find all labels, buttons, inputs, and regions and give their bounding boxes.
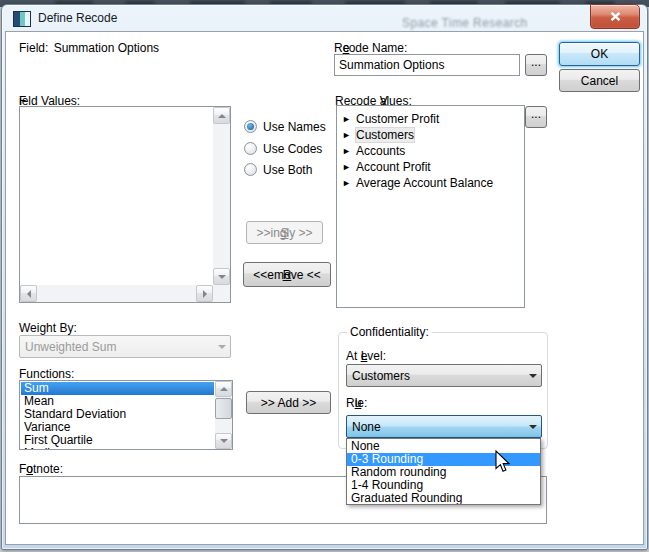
tree-item-label: Accounts bbox=[356, 144, 405, 158]
scroll-left-icon bbox=[27, 290, 31, 298]
functions-listbox[interactable]: Sum Mean Standard Deviation Variance Fir… bbox=[19, 380, 233, 450]
tree-expander-icon[interactable]: ► bbox=[342, 179, 350, 188]
dialog-body: Field: Summation Options Recode Name: Su… bbox=[5, 31, 644, 545]
tree-item-label: Customers bbox=[356, 128, 414, 142]
recode-values-tree[interactable]: ► Customer Profit ► Customers ► Accounts… bbox=[336, 105, 525, 308]
dropdown-arrow-icon bbox=[524, 365, 541, 386]
radio-unselected-icon bbox=[244, 142, 257, 155]
rule-value: None bbox=[352, 420, 381, 434]
dialog-title: Define Recode bbox=[38, 11, 117, 25]
background-watermark: Space Time Research bbox=[402, 16, 528, 30]
remove-button[interactable]: << Remove << bbox=[243, 262, 331, 287]
tree-expander-icon[interactable]: ► bbox=[342, 163, 350, 172]
vertical-scrollbar[interactable] bbox=[215, 381, 232, 449]
recode-name-input[interactable]: Summation Options bbox=[334, 54, 520, 76]
tree-item[interactable]: ► Customers bbox=[337, 127, 524, 143]
close-icon bbox=[610, 12, 621, 21]
scroll-up-icon bbox=[218, 114, 226, 118]
dropdown-arrow-icon bbox=[524, 416, 541, 437]
radio-use-both[interactable]: Use Both bbox=[244, 162, 312, 177]
tree-item[interactable]: ► Accounts bbox=[337, 143, 524, 159]
horizontal-scrollbar[interactable] bbox=[20, 285, 213, 302]
tree-item[interactable]: ► Average Account Balance bbox=[337, 175, 524, 191]
weight-by-value: Unweighted Sum bbox=[25, 340, 116, 354]
scroll-down-icon bbox=[220, 439, 228, 443]
close-button[interactable] bbox=[590, 4, 640, 29]
dropdown-option[interactable]: Graduated Rounding bbox=[347, 492, 540, 505]
recode-values-browse-button[interactable]: ... bbox=[525, 106, 547, 128]
recode-name-browse-button[interactable]: ... bbox=[525, 54, 547, 76]
scroll-right-button[interactable] bbox=[196, 285, 213, 302]
tree-item[interactable]: ► Account Profit bbox=[337, 159, 524, 175]
radio-selected-icon bbox=[244, 120, 257, 133]
scrollbar-thumb[interactable] bbox=[215, 398, 232, 419]
define-recode-dialog: Define Recode Space Time Research Field:… bbox=[1, 4, 648, 550]
tree-item-label: Customer Profit bbox=[356, 112, 439, 126]
list-item[interactable]: Median bbox=[21, 447, 214, 450]
radio-unselected-icon bbox=[244, 163, 257, 176]
singly-button[interactable]: >> Singly >> bbox=[246, 221, 323, 244]
footnote-label: Footnote: bbox=[19, 462, 63, 477]
radio-label: Use Names bbox=[263, 120, 326, 134]
field-value-text: Summation Options bbox=[54, 41, 159, 55]
add-button[interactable]: >> Add >> bbox=[246, 391, 331, 414]
app-icon bbox=[13, 11, 31, 27]
weight-by-combobox[interactable]: Unweighted Sum bbox=[19, 335, 231, 358]
tree-expander-icon[interactable]: ► bbox=[342, 131, 350, 140]
rule-combobox[interactable]: None bbox=[346, 415, 542, 438]
vertical-scrollbar[interactable] bbox=[213, 107, 230, 285]
dropdown-arrow-icon bbox=[213, 336, 230, 357]
scroll-down-icon bbox=[218, 275, 226, 279]
field-label: Field: Summation Options bbox=[19, 41, 159, 56]
tree-expander-icon[interactable]: ► bbox=[342, 115, 350, 124]
rule-label: Rule: bbox=[346, 396, 367, 411]
weight-by-label: Weight By: bbox=[19, 321, 77, 336]
tree-item[interactable]: ► Customer Profit bbox=[337, 111, 524, 127]
at-level-combobox[interactable]: Customers bbox=[346, 364, 542, 387]
scroll-right-icon bbox=[203, 290, 207, 298]
radio-use-codes[interactable]: Use Codes bbox=[244, 141, 322, 156]
radio-label: Use Both bbox=[263, 163, 312, 177]
scrollbar-corner bbox=[213, 285, 230, 302]
field-label-text: Field: bbox=[19, 41, 48, 55]
cancel-button[interactable]: Cancel bbox=[559, 69, 640, 92]
app-icon-part bbox=[25, 12, 30, 26]
scroll-up-icon bbox=[220, 387, 228, 391]
radio-label: Use Codes bbox=[263, 142, 322, 156]
confidentiality-label: Confidentiality: bbox=[347, 325, 432, 340]
at-level-label: At Level: bbox=[346, 349, 386, 364]
scroll-left-button[interactable] bbox=[20, 285, 37, 302]
ok-button[interactable]: OK bbox=[559, 42, 640, 66]
field-values-listbox[interactable] bbox=[19, 106, 231, 303]
mouse-cursor bbox=[494, 450, 510, 474]
tree-item-label: Average Account Balance bbox=[356, 176, 493, 190]
scroll-up-button[interactable] bbox=[215, 381, 232, 397]
scroll-down-button[interactable] bbox=[215, 433, 232, 449]
screen: Define Recode Space Time Research Field:… bbox=[0, 0, 649, 552]
tree-item-label: Account Profit bbox=[356, 160, 431, 174]
at-level-value: Customers bbox=[352, 369, 410, 383]
titlebar[interactable]: Define Recode Space Time Research bbox=[2, 5, 647, 31]
scroll-down-button[interactable] bbox=[213, 268, 230, 285]
rule-dropdown: None 0-3 Rounding Random rounding 1-4 Ro… bbox=[346, 438, 541, 505]
tree-expander-icon[interactable]: ► bbox=[342, 147, 350, 156]
radio-use-names[interactable]: Use Names bbox=[244, 119, 326, 134]
scroll-up-button[interactable] bbox=[213, 107, 230, 124]
